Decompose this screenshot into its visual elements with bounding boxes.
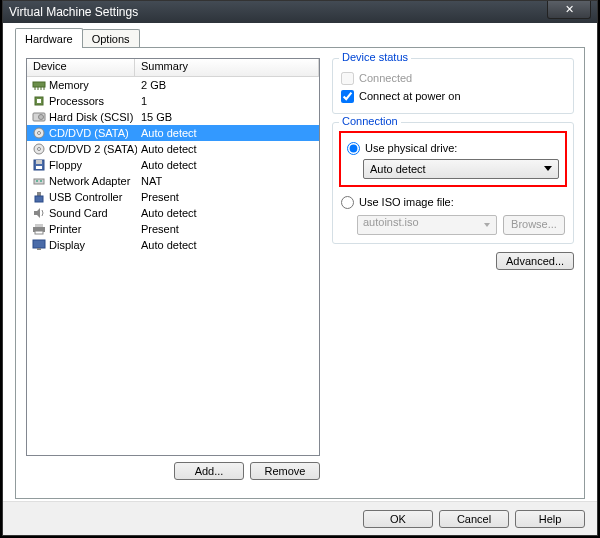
svg-point-12 <box>38 148 41 151</box>
svg-rect-16 <box>34 179 44 184</box>
device-row-cd[interactable]: CD/DVD 2 (SATA)Auto detect <box>27 141 319 157</box>
advanced-button[interactable]: Advanced... <box>496 252 574 270</box>
device-list: Device Summary Memory2 GBProcessors1Hard… <box>26 58 320 456</box>
physical-drive-value: Auto detect <box>370 163 426 175</box>
svg-point-17 <box>36 180 38 182</box>
connect-power-checkbox[interactable] <box>341 90 354 103</box>
svg-rect-23 <box>35 231 43 234</box>
connection-highlight: Use physical drive: Auto detect <box>339 131 567 187</box>
device-summary: Present <box>137 223 179 235</box>
device-row-cd[interactable]: CD/DVD (SATA)Auto detect <box>27 125 319 141</box>
floppy-icon <box>31 158 47 172</box>
close-button[interactable]: ✕ <box>547 1 591 19</box>
connect-power-row: Connect at power on <box>341 87 565 105</box>
iso-row: autoinst.iso Browse... <box>341 215 565 235</box>
chevron-down-icon <box>544 166 552 171</box>
window-body: Hardware Options Device Summary Memory2 … <box>3 23 597 535</box>
usb-icon <box>31 190 47 204</box>
cpu-icon <box>31 94 47 108</box>
device-row-display[interactable]: DisplayAuto detect <box>27 237 319 253</box>
connect-power-label: Connect at power on <box>359 90 461 102</box>
device-summary: 2 GB <box>137 79 166 91</box>
device-row-net[interactable]: Network AdapterNAT <box>27 173 319 189</box>
connected-row: Connected <box>341 69 565 87</box>
device-row-sound[interactable]: Sound CardAuto detect <box>27 205 319 221</box>
dialog-footer: OK Cancel Help <box>3 501 597 535</box>
iso-file-value: autoinst.iso <box>363 216 419 228</box>
advanced-row: Advanced... <box>332 252 574 270</box>
connection-group: Connection Use physical drive: Auto dete… <box>332 122 574 244</box>
device-status-group: Device status Connected Connect at power… <box>332 58 574 114</box>
device-name: USB Controller <box>47 191 137 203</box>
device-summary: Auto detect <box>137 143 197 155</box>
svg-rect-24 <box>33 240 45 248</box>
cd-icon <box>31 126 47 140</box>
remove-button[interactable]: Remove <box>250 462 320 480</box>
svg-rect-20 <box>35 196 43 202</box>
device-name: Hard Disk (SCSI) <box>47 111 137 123</box>
physical-drive-combo[interactable]: Auto detect <box>363 159 559 179</box>
hdd-icon <box>31 110 47 124</box>
device-rows: Memory2 GBProcessors1Hard Disk (SCSI)15 … <box>27 77 319 253</box>
device-name: Floppy <box>47 159 137 171</box>
use-physical-radio[interactable] <box>347 142 360 155</box>
device-row-usb[interactable]: USB ControllerPresent <box>27 189 319 205</box>
device-name: Memory <box>47 79 137 91</box>
svg-point-10 <box>38 132 41 135</box>
svg-rect-0 <box>33 82 45 87</box>
svg-point-18 <box>40 180 42 182</box>
device-row-cpu[interactable]: Processors1 <box>27 93 319 109</box>
svg-rect-6 <box>37 99 41 103</box>
memory-icon <box>31 78 47 92</box>
printer-icon <box>31 222 47 236</box>
close-icon: ✕ <box>565 3 574 15</box>
col-summary[interactable]: Summary <box>135 59 319 76</box>
connected-checkbox[interactable] <box>341 72 354 85</box>
device-name: Network Adapter <box>47 175 137 187</box>
connection-legend: Connection <box>339 115 401 127</box>
tab-options[interactable]: Options <box>82 29 140 48</box>
chevron-down-icon <box>484 223 490 227</box>
browse-button: Browse... <box>503 215 565 235</box>
device-name: Sound Card <box>47 207 137 219</box>
device-name: CD/DVD (SATA) <box>47 127 137 139</box>
device-row-printer[interactable]: PrinterPresent <box>27 221 319 237</box>
right-pane: Device status Connected Connect at power… <box>332 58 574 488</box>
device-summary: Auto detect <box>137 159 197 171</box>
device-row-floppy[interactable]: FloppyAuto detect <box>27 157 319 173</box>
tab-strip: Hardware Options <box>15 29 139 48</box>
use-iso-row: Use ISO image file: <box>341 193 565 211</box>
ok-button[interactable]: OK <box>363 510 433 528</box>
display-icon <box>31 238 47 252</box>
device-name: Display <box>47 239 137 251</box>
list-buttons: Add... Remove <box>26 462 320 480</box>
svg-rect-14 <box>36 160 42 164</box>
device-list-header: Device Summary <box>27 59 319 77</box>
add-button[interactable]: Add... <box>174 462 244 480</box>
help-button[interactable]: Help <box>515 510 585 528</box>
device-summary: Present <box>137 191 179 203</box>
device-summary: 15 GB <box>137 111 172 123</box>
cancel-button[interactable]: Cancel <box>439 510 509 528</box>
device-status-legend: Device status <box>339 51 411 63</box>
svg-rect-21 <box>35 224 43 227</box>
device-name: Printer <box>47 223 137 235</box>
window-title: Virtual Machine Settings <box>9 5 138 19</box>
svg-rect-25 <box>37 248 41 250</box>
use-iso-radio[interactable] <box>341 196 354 209</box>
net-icon <box>31 174 47 188</box>
sound-icon <box>31 206 47 220</box>
connected-label: Connected <box>359 72 412 84</box>
svg-rect-15 <box>36 166 42 169</box>
hardware-panel: Device Summary Memory2 GBProcessors1Hard… <box>15 47 585 499</box>
col-device[interactable]: Device <box>27 59 135 76</box>
use-physical-label: Use physical drive: <box>365 142 457 154</box>
titlebar: Virtual Machine Settings ✕ <box>3 1 597 23</box>
device-name: Processors <box>47 95 137 107</box>
settings-window: Virtual Machine Settings ✕ Hardware Opti… <box>2 0 598 536</box>
cd-icon <box>31 142 47 156</box>
tab-hardware[interactable]: Hardware <box>15 28 83 48</box>
device-row-memory[interactable]: Memory2 GB <box>27 77 319 93</box>
device-summary: Auto detect <box>137 127 197 139</box>
device-row-hdd[interactable]: Hard Disk (SCSI)15 GB <box>27 109 319 125</box>
